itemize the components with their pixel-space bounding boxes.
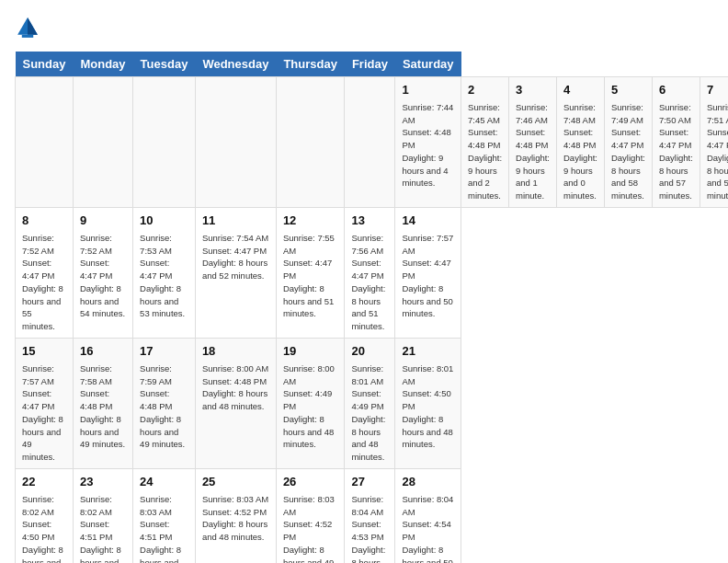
calendar-cell bbox=[195, 77, 276, 208]
col-header-monday: Monday bbox=[73, 52, 132, 77]
day-info: Sunrise: 7:57 AMSunset: 4:47 PMDaylight:… bbox=[22, 362, 66, 464]
day-info: Sunrise: 8:03 AMSunset: 4:51 PMDaylight:… bbox=[140, 493, 188, 563]
calendar-body: 1Sunrise: 7:44 AMSunset: 4:48 PMDaylight… bbox=[16, 77, 729, 564]
day-info: Sunrise: 7:45 AMSunset: 4:48 PMDaylight:… bbox=[468, 101, 502, 202]
calendar-cell: 5Sunrise: 7:49 AMSunset: 4:47 PMDaylight… bbox=[604, 77, 652, 208]
day-number: 18 bbox=[202, 343, 269, 361]
day-number: 9 bbox=[80, 213, 126, 230]
calendar-week-0: 1Sunrise: 7:44 AMSunset: 4:48 PMDaylight… bbox=[16, 77, 729, 208]
calendar-cell bbox=[345, 77, 395, 208]
day-number: 12 bbox=[283, 213, 338, 230]
day-number: 5 bbox=[611, 82, 645, 99]
day-info: Sunrise: 8:02 AMSunset: 4:50 PMDaylight:… bbox=[22, 493, 66, 563]
calendar-cell bbox=[16, 77, 74, 208]
day-number: 24 bbox=[140, 474, 188, 491]
day-info: Sunrise: 7:49 AMSunset: 4:47 PMDaylight:… bbox=[611, 101, 645, 202]
calendar-cell: 3Sunrise: 7:46 AMSunset: 4:48 PMDaylight… bbox=[509, 77, 557, 208]
calendar-cell: 11Sunrise: 7:54 AMSunset: 4:47 PMDayligh… bbox=[195, 207, 276, 338]
day-number: 27 bbox=[351, 474, 388, 491]
day-number: 13 bbox=[351, 213, 388, 230]
calendar-cell: 22Sunrise: 8:02 AMSunset: 4:50 PMDayligh… bbox=[16, 468, 74, 563]
calendar-cell: 26Sunrise: 8:03 AMSunset: 4:52 PMDayligh… bbox=[276, 468, 345, 563]
day-number: 11 bbox=[202, 213, 269, 230]
day-number: 3 bbox=[516, 82, 550, 99]
svg-marker-1 bbox=[28, 17, 38, 35]
calendar-cell: 21Sunrise: 8:01 AMSunset: 4:50 PMDayligh… bbox=[395, 338, 461, 468]
day-info: Sunrise: 8:04 AMSunset: 4:53 PMDaylight:… bbox=[351, 493, 388, 563]
day-info: Sunrise: 7:51 AMSunset: 4:47 PMDaylight:… bbox=[707, 101, 728, 202]
day-info: Sunrise: 7:46 AMSunset: 4:48 PMDaylight:… bbox=[516, 101, 550, 202]
day-number: 15 bbox=[22, 343, 66, 361]
day-info: Sunrise: 7:56 AMSunset: 4:47 PMDaylight:… bbox=[351, 232, 388, 333]
day-info: Sunrise: 7:58 AMSunset: 4:48 PMDaylight:… bbox=[80, 362, 126, 451]
day-info: Sunrise: 8:01 AMSunset: 4:49 PMDaylight:… bbox=[351, 362, 388, 464]
calendar-cell: 17Sunrise: 7:59 AMSunset: 4:48 PMDayligh… bbox=[133, 338, 196, 468]
calendar-cell bbox=[276, 77, 345, 208]
day-number: 25 bbox=[202, 474, 269, 491]
day-info: Sunrise: 7:55 AMSunset: 4:47 PMDaylight:… bbox=[283, 232, 338, 320]
day-number: 10 bbox=[140, 213, 188, 230]
day-info: Sunrise: 8:01 AMSunset: 4:50 PMDaylight:… bbox=[402, 362, 454, 451]
day-info: Sunrise: 7:44 AMSunset: 4:48 PMDaylight:… bbox=[402, 101, 454, 190]
calendar-week-2: 15Sunrise: 7:57 AMSunset: 4:47 PMDayligh… bbox=[16, 338, 729, 468]
calendar-week-1: 8Sunrise: 7:52 AMSunset: 4:47 PMDaylight… bbox=[16, 207, 729, 338]
calendar-cell: 12Sunrise: 7:55 AMSunset: 4:47 PMDayligh… bbox=[276, 207, 345, 338]
calendar-cell: 14Sunrise: 7:57 AMSunset: 4:47 PMDayligh… bbox=[395, 207, 461, 338]
day-info: Sunrise: 7:52 AMSunset: 4:47 PMDaylight:… bbox=[80, 232, 126, 320]
day-number: 21 bbox=[402, 343, 454, 361]
day-number: 16 bbox=[80, 343, 126, 361]
day-info: Sunrise: 7:48 AMSunset: 4:48 PMDaylight:… bbox=[563, 101, 597, 202]
calendar-cell: 9Sunrise: 7:52 AMSunset: 4:47 PMDaylight… bbox=[73, 207, 132, 338]
day-info: Sunrise: 8:04 AMSunset: 4:54 PMDaylight:… bbox=[402, 493, 454, 563]
calendar-cell: 23Sunrise: 8:02 AMSunset: 4:51 PMDayligh… bbox=[73, 468, 132, 563]
day-info: Sunrise: 7:53 AMSunset: 4:47 PMDaylight:… bbox=[140, 232, 188, 320]
calendar-cell: 19Sunrise: 8:00 AMSunset: 4:49 PMDayligh… bbox=[276, 338, 345, 468]
day-number: 1 bbox=[402, 82, 454, 99]
col-header-thursday: Thursday bbox=[276, 52, 345, 77]
day-number: 26 bbox=[283, 474, 338, 491]
calendar-cell bbox=[73, 77, 132, 208]
calendar-cell: 7Sunrise: 7:51 AMSunset: 4:47 PMDaylight… bbox=[700, 77, 728, 208]
calendar-cell: 4Sunrise: 7:48 AMSunset: 4:48 PMDaylight… bbox=[557, 77, 605, 208]
calendar-cell: 25Sunrise: 8:03 AMSunset: 4:52 PMDayligh… bbox=[195, 468, 276, 563]
calendar-week-3: 22Sunrise: 8:02 AMSunset: 4:50 PMDayligh… bbox=[16, 468, 729, 563]
col-header-saturday: Saturday bbox=[395, 52, 461, 77]
day-info: Sunrise: 7:54 AMSunset: 4:47 PMDaylight:… bbox=[202, 232, 269, 282]
calendar-cell: 24Sunrise: 8:03 AMSunset: 4:51 PMDayligh… bbox=[133, 468, 196, 563]
calendar-cell: 10Sunrise: 7:53 AMSunset: 4:47 PMDayligh… bbox=[133, 207, 196, 338]
calendar-cell: 13Sunrise: 7:56 AMSunset: 4:47 PMDayligh… bbox=[345, 207, 395, 338]
day-info: Sunrise: 8:00 AMSunset: 4:48 PMDaylight:… bbox=[202, 362, 269, 413]
day-number: 17 bbox=[140, 343, 188, 361]
logo-icon bbox=[15, 15, 40, 40]
day-info: Sunrise: 7:59 AMSunset: 4:48 PMDaylight:… bbox=[140, 362, 188, 451]
calendar-cell: 28Sunrise: 8:04 AMSunset: 4:54 PMDayligh… bbox=[395, 468, 461, 563]
day-number: 20 bbox=[351, 343, 388, 361]
calendar-cell: 15Sunrise: 7:57 AMSunset: 4:47 PMDayligh… bbox=[16, 338, 74, 468]
day-info: Sunrise: 7:50 AMSunset: 4:47 PMDaylight:… bbox=[659, 101, 693, 202]
calendar-cell: 8Sunrise: 7:52 AMSunset: 4:47 PMDaylight… bbox=[16, 207, 74, 338]
day-number: 8 bbox=[22, 213, 66, 230]
svg-rect-2 bbox=[22, 35, 33, 38]
calendar-table: SundayMondayTuesdayWednesdayThursdayFrid… bbox=[15, 52, 728, 563]
calendar-cell: 27Sunrise: 8:04 AMSunset: 4:53 PMDayligh… bbox=[345, 468, 395, 563]
logo bbox=[15, 15, 44, 40]
col-header-friday: Friday bbox=[345, 52, 395, 77]
calendar-cell: 6Sunrise: 7:50 AMSunset: 4:47 PMDaylight… bbox=[652, 77, 700, 208]
col-header-wednesday: Wednesday bbox=[195, 52, 276, 77]
calendar-cell: 18Sunrise: 8:00 AMSunset: 4:48 PMDayligh… bbox=[195, 338, 276, 468]
day-info: Sunrise: 7:57 AMSunset: 4:47 PMDaylight:… bbox=[402, 232, 454, 320]
day-number: 23 bbox=[80, 474, 126, 491]
day-info: Sunrise: 8:02 AMSunset: 4:51 PMDaylight:… bbox=[80, 493, 126, 563]
day-info: Sunrise: 8:00 AMSunset: 4:49 PMDaylight:… bbox=[283, 362, 338, 451]
calendar-cell bbox=[133, 77, 196, 208]
day-number: 19 bbox=[283, 343, 338, 361]
calendar-cell: 16Sunrise: 7:58 AMSunset: 4:48 PMDayligh… bbox=[73, 338, 132, 468]
day-number: 14 bbox=[402, 213, 454, 230]
day-number: 2 bbox=[468, 82, 502, 99]
day-info: Sunrise: 8:03 AMSunset: 4:52 PMDaylight:… bbox=[202, 493, 269, 544]
day-number: 28 bbox=[402, 474, 454, 491]
calendar-cell: 20Sunrise: 8:01 AMSunset: 4:49 PMDayligh… bbox=[345, 338, 395, 468]
day-number: 4 bbox=[563, 82, 597, 99]
page-header bbox=[15, 15, 713, 40]
calendar-header-row: SundayMondayTuesdayWednesdayThursdayFrid… bbox=[16, 52, 729, 77]
